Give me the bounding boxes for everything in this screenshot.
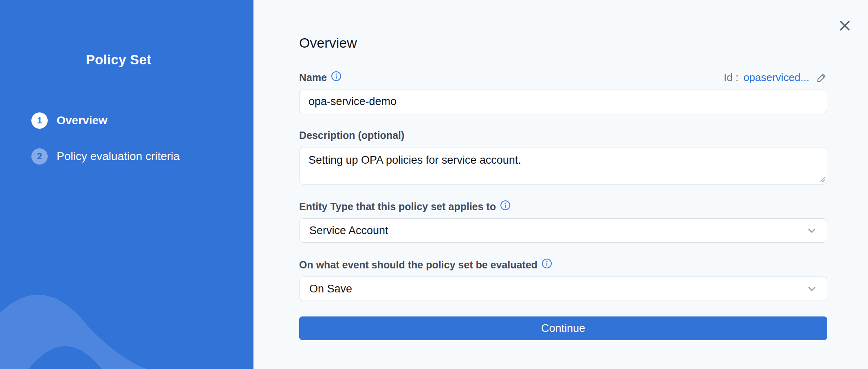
event-label-wrap: On what event should the policy set be e… [299, 259, 827, 271]
name-label-row: Name Id : opaserviced... [299, 71, 827, 84]
wizard-sidebar: Policy Set 1 Overview 2 Policy evaluatio… [0, 0, 253, 369]
edit-pencil-icon[interactable] [816, 72, 827, 83]
overview-panel: Overview Name Id : opaserviced... [253, 0, 868, 369]
overview-form: Overview Name Id : opaserviced... [299, 35, 827, 340]
id-label: Id : [724, 71, 738, 84]
panel-heading: Overview [299, 35, 827, 51]
description-textarea-wrap: Setting up OPA policies for service acco… [299, 147, 827, 184]
event-label: On what event should the policy set be e… [299, 259, 538, 271]
step-number-badge: 1 [31, 112, 48, 129]
entity-type-selected-value: Service Account [309, 224, 388, 237]
name-input[interactable] [299, 90, 827, 113]
continue-button[interactable]: Continue [299, 316, 827, 340]
chevron-down-icon [806, 225, 817, 236]
resize-handle-icon[interactable] [819, 175, 825, 182]
entity-type-label: Entity Type that this policy set applies… [299, 201, 496, 213]
info-icon[interactable] [331, 71, 341, 81]
step-label: Overview [57, 114, 108, 127]
chevron-down-icon [806, 283, 817, 294]
entity-type-select[interactable]: Service Account [299, 218, 827, 243]
id-value[interactable]: opaserviced... [743, 71, 809, 84]
info-icon[interactable] [500, 200, 511, 211]
step-label: Policy evaluation criteria [57, 150, 180, 163]
info-icon[interactable] [542, 258, 552, 269]
entity-id-wrap: Id : opaserviced... [724, 71, 827, 84]
close-button[interactable] [837, 18, 853, 33]
step-number-badge: 2 [31, 148, 48, 165]
name-label-wrap: Name [299, 72, 341, 83]
entity-type-label-wrap: Entity Type that this policy set applies… [299, 201, 827, 213]
step-overview[interactable]: 1 Overview [31, 112, 253, 129]
event-selected-value: On Save [309, 283, 352, 295]
decorative-wave [0, 279, 253, 369]
description-textarea[interactable]: Setting up OPA policies for service acco… [299, 147, 827, 184]
step-policy-evaluation-criteria[interactable]: 2 Policy evaluation criteria [31, 148, 253, 165]
wizard-steps: 1 Overview 2 Policy evaluation criteria [0, 112, 253, 165]
wizard-title: Policy Set [0, 52, 253, 68]
description-label: Description (optional) [299, 130, 404, 141]
description-label-wrap: Description (optional) [299, 130, 827, 141]
policy-set-modal: Policy Set 1 Overview 2 Policy evaluatio… [0, 0, 868, 369]
event-select[interactable]: On Save [299, 277, 827, 301]
name-label: Name [299, 72, 327, 83]
close-icon [839, 20, 851, 32]
